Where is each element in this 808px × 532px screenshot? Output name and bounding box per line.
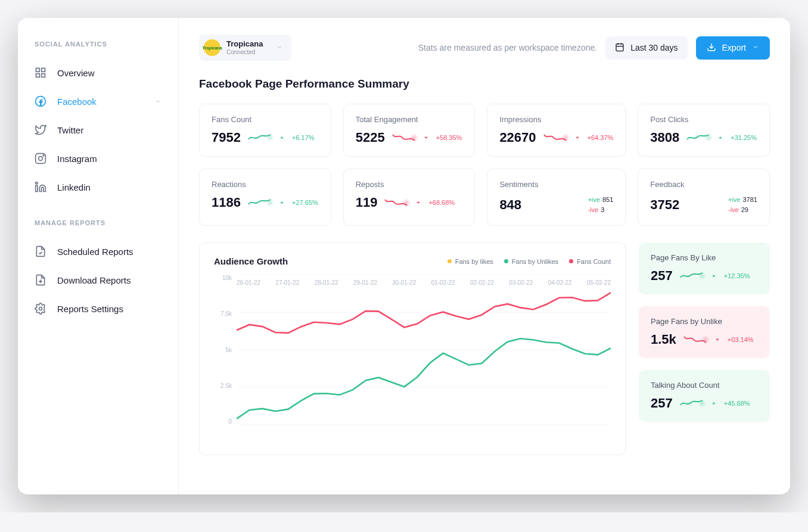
export-label: Export bbox=[722, 43, 746, 52]
axis-tick: 10k bbox=[214, 275, 232, 281]
metric-label: Reactions bbox=[212, 180, 319, 189]
sidebar-item-label: Twitter bbox=[57, 125, 83, 135]
page-title: Facebook Page Performance Summary bbox=[199, 77, 770, 91]
metric-card: Fans Count 7952 +6.17% bbox=[199, 104, 331, 157]
twitter-icon bbox=[35, 124, 46, 136]
sidebar-item-reports-settings[interactable]: Reports Settings bbox=[18, 294, 178, 323]
sidebar-section-reports: MANAGE REPORTS bbox=[18, 219, 178, 237]
sidebar-item-label: Scheduled Reports bbox=[57, 247, 133, 257]
sidebar-item-label: Reports Settings bbox=[57, 304, 123, 314]
trend-up-icon bbox=[711, 270, 717, 281]
chart-row: Audience Growth Fans by likes Fans by Un… bbox=[199, 242, 770, 455]
sidebar-item-facebook[interactable]: Facebook bbox=[18, 87, 178, 116]
svg-rect-12 bbox=[616, 43, 623, 51]
axis-tick: 5k bbox=[214, 347, 232, 353]
sidebar-item-overview[interactable]: Overview bbox=[18, 58, 178, 87]
trend-down-icon bbox=[415, 197, 421, 208]
download-icon bbox=[707, 42, 716, 54]
metric-delta: +58.35% bbox=[436, 134, 462, 141]
linkedin-icon bbox=[35, 181, 46, 193]
metric-label: Fans Count bbox=[212, 115, 319, 124]
legend-dot-icon bbox=[504, 259, 508, 263]
chevron-down-icon bbox=[276, 42, 283, 53]
instagram-icon bbox=[35, 153, 46, 164]
metric-card: Impressions 22670 +64.37% bbox=[487, 104, 626, 157]
app-window: SOCIAL ANALYTICS Overview Facebook Twitt… bbox=[18, 18, 790, 494]
side-metric-card: Talking About Count 257 +45.68% bbox=[639, 370, 770, 422]
metric-delta: +6.17% bbox=[292, 134, 315, 141]
sparkline-icon bbox=[392, 132, 416, 143]
sidebar-item-twitter[interactable]: Twitter bbox=[18, 116, 178, 144]
brand-selector[interactable]: Tropicana Tropicana Connected bbox=[199, 35, 291, 61]
chevron-down-icon bbox=[752, 43, 759, 52]
metric-delta: +12.35% bbox=[724, 272, 750, 279]
sidebar: SOCIAL ANALYTICS Overview Facebook Twitt… bbox=[18, 18, 179, 494]
metric-value: 7952 bbox=[212, 130, 241, 145]
metric-value: 3752 bbox=[650, 197, 679, 213]
main-content: Tropicana Tropicana Connected Stats are … bbox=[179, 18, 790, 494]
sparkline-icon bbox=[248, 197, 272, 208]
brand-name: Tropicana bbox=[226, 40, 263, 49]
metric-delta: +03.14% bbox=[728, 336, 754, 343]
sidebar-item-label: Linkedin bbox=[57, 182, 91, 192]
chart-plot bbox=[237, 275, 611, 425]
sidebar-item-label: Overview bbox=[57, 68, 95, 78]
svg-rect-8 bbox=[36, 186, 38, 192]
svg-point-6 bbox=[39, 157, 43, 161]
sidebar-item-linkedin[interactable]: Linkedin bbox=[18, 173, 178, 201]
metric-label: Page Fans by Unlike bbox=[651, 317, 758, 326]
metric-label: Page Fans By Like bbox=[651, 253, 758, 262]
sparkline-icon bbox=[680, 398, 704, 409]
metric-value: 257 bbox=[651, 268, 673, 284]
metric-value: 5225 bbox=[356, 130, 385, 145]
metric-value: 1.5k bbox=[651, 332, 676, 347]
metric-delta: +64.37% bbox=[588, 134, 614, 141]
metric-value: 3808 bbox=[650, 130, 679, 145]
legend-item: Fans by likes bbox=[447, 258, 493, 265]
sparkline-icon bbox=[683, 334, 707, 345]
date-range-picker[interactable]: Last 30 days bbox=[605, 36, 687, 60]
chart-legend: Fans by likes Fans by Unlikes Fans Count bbox=[447, 258, 611, 265]
trend-down-icon bbox=[714, 334, 720, 345]
chevron-down-icon bbox=[154, 97, 161, 107]
svg-point-11 bbox=[39, 307, 42, 310]
metric-delta: +31.25% bbox=[731, 134, 757, 141]
sparkline-icon bbox=[384, 197, 408, 208]
metric-card: Total Engagement 5225 +58.35% bbox=[343, 104, 476, 157]
metric-card: Post Clicks 3808 +31.25% bbox=[638, 104, 770, 157]
metric-label: Reposts bbox=[356, 180, 463, 189]
metric-value: 848 bbox=[499, 197, 521, 213]
svg-point-7 bbox=[43, 155, 44, 156]
timezone-note: Stats are measured as per workspace time… bbox=[418, 43, 597, 52]
export-button[interactable]: Export bbox=[696, 36, 770, 60]
metric-card: Reactions 1186 +27.65% bbox=[199, 169, 331, 226]
date-range-label: Last 30 days bbox=[630, 43, 678, 52]
trend-down-icon bbox=[574, 132, 580, 143]
metric-value: 119 bbox=[356, 195, 378, 210]
legend-dot-icon bbox=[569, 259, 573, 263]
sidebar-item-instagram[interactable]: Instagram bbox=[18, 144, 178, 173]
brand-status: Connected bbox=[226, 49, 263, 56]
gear-icon bbox=[35, 303, 46, 315]
trend-up-icon bbox=[711, 398, 717, 409]
metric-label: Talking About Count bbox=[651, 381, 758, 390]
audience-growth-chart: Audience Growth Fans by likes Fans by Un… bbox=[199, 242, 626, 455]
metric-value: 1186 bbox=[212, 195, 241, 210]
metric-label: Sentiments bbox=[499, 180, 613, 189]
svg-rect-2 bbox=[36, 74, 40, 77]
metric-grid: Fans Count 7952 +6.17% Total Engagement … bbox=[199, 104, 770, 226]
sidebar-item-download-reports[interactable]: Download Reports bbox=[18, 266, 178, 294]
metric-breakdown: +ive851 -ive3 bbox=[588, 195, 613, 214]
sparkline-icon bbox=[680, 270, 704, 281]
file-scheduled-icon bbox=[35, 245, 46, 257]
svg-rect-0 bbox=[36, 69, 40, 72]
trend-up-icon bbox=[279, 197, 285, 208]
sidebar-item-scheduled-reports[interactable]: Scheduled Reports bbox=[18, 237, 178, 266]
legend-item: Fans Count bbox=[569, 258, 611, 265]
sidebar-item-label: Instagram bbox=[57, 154, 97, 164]
metric-label: Post Clicks bbox=[650, 115, 757, 124]
metric-label: Impressions bbox=[499, 115, 613, 124]
legend-item: Fans by Unlikes bbox=[504, 258, 558, 265]
sidebar-item-label: Download Reports bbox=[57, 275, 130, 285]
trend-up-icon bbox=[279, 132, 285, 143]
